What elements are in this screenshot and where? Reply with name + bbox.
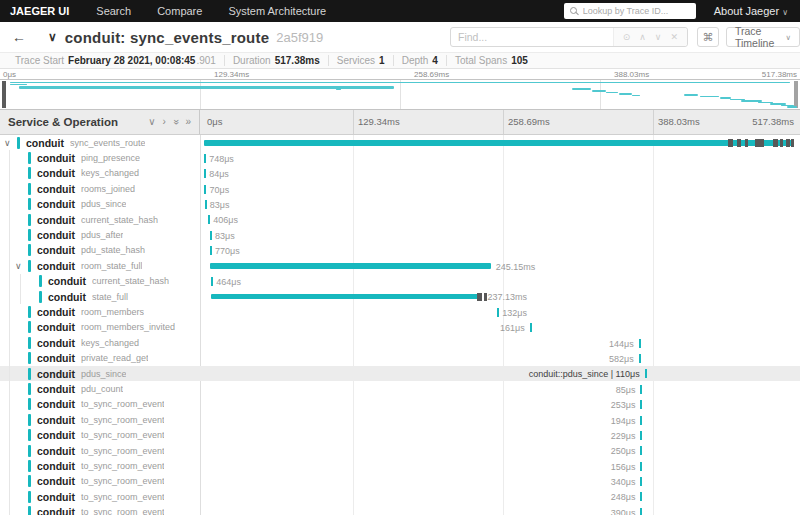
span-bar[interactable] xyxy=(640,385,642,394)
span-name-cell[interactable]: conduitto_sync_room_event xyxy=(0,474,200,489)
span-bar[interactable] xyxy=(497,308,499,317)
collapse-all-icon[interactable]: » xyxy=(171,119,181,125)
span-row[interactable]: conduitto_sync_room_event390μs xyxy=(0,504,800,515)
span-name-cell[interactable]: conduitto_sync_room_event xyxy=(0,458,200,473)
minimap-canvas[interactable] xyxy=(0,79,800,110)
span-name-cell[interactable]: conduitto_sync_room_event xyxy=(0,412,200,427)
span-name-cell[interactable]: conduitrooms_joined xyxy=(0,181,200,196)
span-row[interactable]: conduitrooms_joined70μs xyxy=(0,181,800,196)
span-row[interactable]: conduitto_sync_room_event340μs xyxy=(0,474,800,489)
span-bar[interactable] xyxy=(640,508,642,515)
span-row[interactable]: conduitkeys_changed144μs xyxy=(0,335,800,350)
minimap-right-drag-handle[interactable] xyxy=(794,81,798,108)
expand-all-icon[interactable]: » xyxy=(185,117,191,127)
span-bar[interactable] xyxy=(640,400,642,409)
span-bar[interactable] xyxy=(204,154,206,163)
span-name-cell[interactable]: conduitroom_members_invited xyxy=(0,320,200,335)
minimap-left-drag-handle[interactable] xyxy=(2,81,6,108)
nav-item-compare[interactable]: Compare xyxy=(144,5,215,17)
span-name-cell[interactable]: conduitkeys_changed xyxy=(0,335,200,350)
span-row[interactable]: ∨conduitsync_events_route xyxy=(0,135,800,150)
span-row[interactable]: conduitto_sync_room_event194μs xyxy=(0,412,800,427)
span-bar[interactable] xyxy=(204,169,206,178)
about-jaeger-menu[interactable]: About Jaeger∨ xyxy=(696,5,800,17)
span-row[interactable]: conduitpdus_sinceconduit::pdus_since | 1… xyxy=(0,366,800,381)
span-name-cell[interactable]: conduitpdu_count xyxy=(0,381,200,396)
collapse-title-icon[interactable]: ∨ xyxy=(48,30,57,44)
jaeger-logo[interactable]: JAEGER UI xyxy=(0,5,83,17)
keyboard-shortcuts-button[interactable]: ⌘ xyxy=(697,27,719,47)
span-name-cell[interactable]: ∨conduitroom_state_full xyxy=(0,258,200,273)
span-row[interactable]: conduitprivate_read_get582μs xyxy=(0,350,800,365)
trace-id-lookup[interactable] xyxy=(564,3,696,19)
expand-collapse-icon[interactable]: ∨ xyxy=(4,138,17,148)
span-bar[interactable] xyxy=(205,200,207,209)
span-name-cell[interactable]: conduitpdus_after xyxy=(0,227,200,242)
collapse-one-icon[interactable]: ∨ xyxy=(148,117,155,127)
next-match-icon[interactable]: ∨ xyxy=(655,32,662,42)
span-bar[interactable] xyxy=(211,294,482,300)
span-row[interactable]: conduitto_sync_room_event229μs xyxy=(0,427,800,442)
span-bar[interactable] xyxy=(639,339,641,348)
span-name-cell[interactable]: conduitprivate_read_get xyxy=(0,350,200,365)
nav-item-system-architecture[interactable]: System Architecture xyxy=(215,5,339,17)
span-row[interactable]: conduitpdu_count85μs xyxy=(0,381,800,396)
span-row[interactable]: conduitpdus_after83μs xyxy=(0,227,800,242)
trace-id-input[interactable] xyxy=(583,6,691,16)
span-bar[interactable] xyxy=(640,416,642,425)
span-bar[interactable] xyxy=(640,431,642,440)
span-bar[interactable] xyxy=(640,446,642,455)
span-name-cell[interactable]: conduitstate_full xyxy=(0,289,200,304)
span-name-cell[interactable]: conduitto_sync_room_event xyxy=(0,397,200,412)
span-bar[interactable] xyxy=(640,492,642,501)
span-bar[interactable] xyxy=(645,369,647,378)
span-bar[interactable] xyxy=(204,185,206,194)
span-row[interactable]: conduitstate_full237.13ms xyxy=(0,289,800,304)
span-row[interactable]: conduitcurrent_state_hash464μs xyxy=(0,274,800,289)
span-row[interactable]: ∨conduitroom_state_full245.15ms xyxy=(0,258,800,273)
back-button[interactable]: ← xyxy=(0,29,38,45)
span-bar[interactable] xyxy=(530,323,532,332)
span-bar[interactable] xyxy=(639,354,641,363)
find-input[interactable] xyxy=(451,28,614,46)
span-row[interactable]: conduitkeys_changed84μs xyxy=(0,166,800,181)
expand-one-icon[interactable]: › xyxy=(163,117,166,127)
span-row[interactable]: conduitpdu_state_hash770μs xyxy=(0,243,800,258)
span-name-cell[interactable]: conduitpdus_since xyxy=(0,197,200,212)
span-name-cell[interactable]: conduitcurrent_state_hash xyxy=(0,274,200,289)
span-row[interactable]: conduitto_sync_room_event250μs xyxy=(0,443,800,458)
span-name-cell[interactable]: conduitpdus_since xyxy=(0,366,200,381)
span-name-cell[interactable]: conduitto_sync_room_event xyxy=(0,489,200,504)
span-bar[interactable] xyxy=(640,477,642,486)
span-row[interactable]: conduitpdus_since83μs xyxy=(0,197,800,212)
span-row[interactable]: conduitto_sync_room_event253μs xyxy=(0,397,800,412)
span-row[interactable]: conduitto_sync_room_event248μs xyxy=(0,489,800,504)
span-bar[interactable] xyxy=(210,246,212,255)
trace-view-selector[interactable]: Trace Timeline ∨ xyxy=(726,27,800,47)
span-bar[interactable] xyxy=(640,462,642,471)
span-name-cell[interactable]: conduitroom_members xyxy=(0,304,200,319)
nav-item-search[interactable]: Search xyxy=(83,5,144,17)
span-name-cell[interactable]: conduitkeys_changed xyxy=(0,166,200,181)
span-name-cell[interactable]: conduitto_sync_room_event xyxy=(0,427,200,442)
span-name-cell[interactable]: conduitping_presence xyxy=(0,150,200,165)
span-name-cell[interactable]: conduitto_sync_room_event xyxy=(0,504,200,515)
span-bar[interactable] xyxy=(208,215,210,224)
prev-match-icon[interactable]: ∧ xyxy=(639,32,646,42)
span-name-cell[interactable]: conduitcurrent_state_hash xyxy=(0,212,200,227)
expand-collapse-icon[interactable]: ∨ xyxy=(15,261,28,271)
span-name-cell[interactable]: conduitpdu_state_hash xyxy=(0,243,200,258)
span-name-cell[interactable]: conduitto_sync_room_event xyxy=(0,443,200,458)
span-bar[interactable] xyxy=(210,263,491,269)
span-bar[interactable] xyxy=(211,277,213,286)
span-row[interactable]: conduitroom_members_invited161μs xyxy=(0,320,800,335)
match-highlight-icon[interactable]: ⊙ xyxy=(623,32,631,42)
span-bar[interactable] xyxy=(204,140,794,146)
span-row[interactable]: conduitroom_members132μs xyxy=(0,304,800,319)
clear-search-icon[interactable]: ✕ xyxy=(670,32,678,42)
span-name-cell[interactable]: ∨conduitsync_events_route xyxy=(0,135,200,150)
span-row[interactable]: conduitcurrent_state_hash406μs xyxy=(0,212,800,227)
span-bar[interactable] xyxy=(210,231,212,240)
span-row[interactable]: conduitping_presence748μs xyxy=(0,150,800,165)
span-row[interactable]: conduitto_sync_room_event156μs xyxy=(0,458,800,473)
